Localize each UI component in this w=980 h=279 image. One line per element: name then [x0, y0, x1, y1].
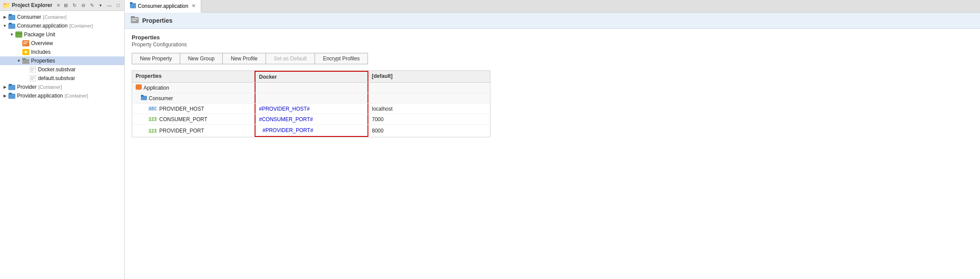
properties-folder-icon: [22, 57, 30, 64]
prop-cell-provider-port-label: 123 PROVIDER_PORT: [132, 125, 255, 137]
provider-host-docker-value: #PROVIDER_HOST#: [259, 106, 310, 112]
toolbar-icon-3[interactable]: ⊖: [80, 2, 87, 9]
table-row-consumer-port[interactable]: 123 CONSUMER_PORT #CONSUMER_PORT# 7000: [132, 114, 490, 125]
tree-node-properties[interactable]: Properties: [0, 56, 124, 65]
arrow-properties: [16, 58, 22, 64]
new-profile-button[interactable]: New Profile: [222, 53, 266, 64]
col-header-default: [default]: [368, 71, 456, 82]
prop-cell-provider-port-docker: #PROVIDER_PORT#: [255, 125, 368, 137]
tree-node-includes[interactable]: Includes: [0, 48, 124, 56]
tree-tag-provider: [Container]: [38, 84, 62, 90]
table-row-consumer[interactable]: Consumer: [132, 93, 490, 104]
includes-icon: [22, 49, 30, 56]
container-icon-2: [8, 22, 16, 29]
table-row-application[interactable]: Application: [132, 83, 490, 93]
table-row-provider-port[interactable]: 123 PROVIDER_PORT #PROVIDER_PORT# 8000: [132, 125, 490, 137]
tree-label-properties: Properties: [31, 58, 55, 64]
tab-consumer-application[interactable]: Consumer.application ✕: [125, 0, 201, 13]
provider-port-docker-value: #PROVIDER_PORT#: [259, 126, 317, 135]
prop-cell-application-docker: [255, 83, 368, 93]
overview-icon: [22, 40, 30, 47]
tree-tag-consumer-app: [Container]: [69, 23, 93, 28]
tree-node-docker-substvar[interactable]: Docker.substvar: [0, 65, 124, 74]
prop-cell-application-default: [368, 83, 456, 93]
prop-cell-consumer-port-docker: #CONSUMER_PORT#: [255, 114, 368, 124]
close-panel-button[interactable]: ✕: [56, 3, 60, 8]
provider-host-label: PROVIDER_HOST: [159, 106, 204, 112]
prop-cell-provider-host-docker: #PROVIDER_HOST#: [255, 104, 368, 114]
prop-cell-provider-port-default: 8000: [368, 125, 456, 137]
encrypt-profiles-button[interactable]: Encrypt Profiles: [315, 53, 368, 64]
svg-rect-30: [132, 20, 136, 21]
arrow-consumer-application: [2, 23, 8, 29]
properties-content: Properties Property Configurations New P…: [125, 29, 980, 279]
content-area: Properties Properties Property Configura…: [125, 13, 980, 279]
svg-rect-28: [131, 16, 135, 18]
properties-header-icon: [131, 16, 139, 25]
tree-label-consumer-app: Consumer.application: [17, 23, 67, 29]
project-explorer-panel: 📁 Project Explorer ✕ ⊞ ↻ ⊖ ✎ ▾ — □ Consu…: [0, 0, 125, 279]
svg-point-10: [24, 51, 27, 53]
svg-rect-3: [9, 23, 12, 24]
tree-label-package-unit: Package Unit: [24, 31, 55, 38]
panel-title: Project Explorer: [12, 2, 54, 8]
toolbar-icon-5[interactable]: ▾: [97, 2, 104, 9]
toolbar-icon-2[interactable]: ↻: [71, 2, 78, 9]
consumer-port-label: CONSUMER_PORT: [159, 116, 207, 122]
arrow-provider-application: [2, 93, 8, 99]
package-icon: [15, 31, 23, 38]
set-as-default-button[interactable]: Set as Default: [266, 53, 315, 64]
table-header: Properties Docker [default]: [132, 71, 490, 83]
svg-rect-26: [130, 2, 133, 4]
new-group-button[interactable]: New Group: [180, 53, 223, 64]
tab-icon: [130, 2, 136, 10]
prop-cell-consumer-port-label: 123 CONSUMER_PORT: [132, 114, 255, 124]
prop-cell-application-label: Application: [132, 83, 255, 93]
properties-header-title: Properties: [142, 17, 172, 24]
tree-node-consumer[interactable]: Consumer [Container]: [0, 13, 124, 21]
svg-rect-4: [15, 31, 22, 38]
arrow-package-unit: [9, 31, 15, 38]
right-panel: Consumer.application ✕ Properties Proper…: [125, 0, 980, 279]
provider-port-label: PROVIDER_PORT: [159, 128, 204, 134]
svg-rect-22: [9, 84, 12, 86]
tree-node-provider-application[interactable]: Provider.application [Container]: [0, 91, 124, 100]
prop-cell-consumer-label: Consumer: [132, 93, 255, 103]
container-icon: [8, 14, 16, 21]
svg-rect-7: [23, 42, 28, 42]
new-property-button[interactable]: New Property: [132, 53, 180, 64]
properties-header-bar: Properties: [125, 13, 980, 29]
tree-label-includes: Includes: [31, 49, 51, 55]
consumer-node-icon: [141, 95, 147, 101]
table-body: Application Consumer: [132, 83, 490, 137]
tab-bar: Consumer.application ✕: [125, 0, 980, 13]
consumer-port-docker-value: #CONSUMER_PORT#: [259, 116, 313, 122]
svg-rect-1: [9, 14, 12, 16]
col-header-docker: Docker: [255, 71, 368, 82]
table-row-provider-host[interactable]: ABC PROVIDER_HOST #PROVIDER_HOST# localh…: [132, 104, 490, 114]
svg-rect-31: [136, 84, 142, 90]
svg-rect-12: [22, 58, 26, 60]
tab-label: Consumer.application: [138, 3, 188, 9]
tree-node-consumer-application[interactable]: Consumer.application [Container]: [0, 21, 124, 30]
project-tree: Consumer [Container] Consumer.applicatio…: [0, 11, 124, 279]
container-icon-provider-app: [8, 92, 16, 99]
toolbar-icon-1[interactable]: ⊞: [62, 2, 69, 9]
panel-header: 📁 Project Explorer ✕ ⊞ ↻ ⊖ ✎ ▾ — □: [0, 0, 124, 11]
toolbar-icon-6[interactable]: —: [106, 2, 113, 9]
type-icon-123-2: 123: [148, 129, 158, 133]
app-label: Application: [144, 85, 169, 91]
tree-label-provider: Provider: [17, 84, 37, 90]
tree-node-package-unit[interactable]: Package Unit: [0, 30, 124, 39]
tree-tag-provider-app: [Container]: [65, 93, 88, 98]
tree-node-default-substvar[interactable]: default.substvar: [0, 74, 124, 83]
tree-label-overview: Overview: [31, 40, 53, 46]
properties-table: Properties Docker [default] Application: [132, 70, 490, 137]
svg-rect-33: [141, 95, 144, 97]
folder-icon: 📁: [3, 2, 10, 9]
tree-node-provider[interactable]: Provider [Container]: [0, 83, 124, 91]
toolbar-icon-4[interactable]: ✎: [88, 2, 95, 9]
toolbar-icon-7[interactable]: □: [115, 2, 122, 9]
tree-node-overview[interactable]: Overview: [0, 39, 124, 48]
tab-close-button[interactable]: ✕: [192, 3, 196, 9]
